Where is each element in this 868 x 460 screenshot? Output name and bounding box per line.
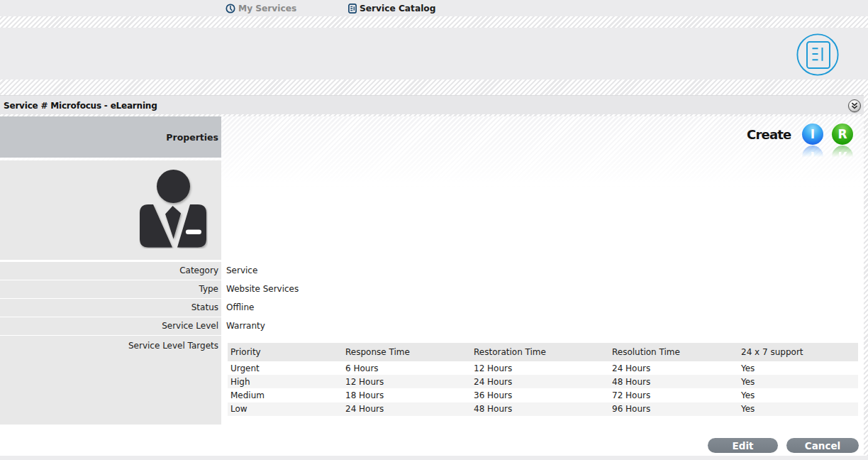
table-row-high: High 12 Hours 24 Hours 48 Hours Yes <box>228 375 858 388</box>
tab-my-services[interactable]: My Services <box>226 0 296 16</box>
field-label-service-level-targets: Service Level Targets <box>0 336 221 425</box>
create-incident-button[interactable]: I <box>802 124 823 145</box>
cell: Low <box>228 402 343 416</box>
field-value-category: Service <box>226 262 257 280</box>
create-label: Create <box>747 127 791 142</box>
cell: 18 Hours <box>343 388 471 402</box>
create-request-reflection: R <box>832 146 853 167</box>
col-resolution-time: Resolution Time <box>609 343 738 361</box>
table-row-low: Low 24 Hours 48 Hours 96 Hours Yes <box>228 402 858 416</box>
cell: Urgent <box>228 361 343 375</box>
table-row-urgent: Urgent 6 Hours 12 Hours 24 Hours Yes <box>228 361 858 375</box>
cell: 48 Hours <box>609 375 738 388</box>
field-value-status: Offline <box>226 299 254 317</box>
cell: 24 Hours <box>471 375 609 388</box>
cell: 72 Hours <box>609 388 738 402</box>
clock-icon <box>226 4 235 13</box>
cell: 48 Hours <box>471 402 609 416</box>
cell: High <box>228 375 343 388</box>
create-request-button[interactable]: R <box>832 124 853 145</box>
cell: 36 Hours <box>471 388 609 402</box>
field-value-type: Website Services <box>226 280 299 298</box>
service-header-title: Service # Microfocus - eLearning <box>4 96 157 115</box>
tab-service-catalog[interactable]: Service Catalog <box>348 0 435 16</box>
field-value-service-level: Warranty <box>226 317 265 335</box>
service-header-bar: Service # Microfocus - eLearning <box>0 95 864 114</box>
field-label-type: Type <box>0 280 221 298</box>
businessman-avatar-icon <box>138 168 208 251</box>
cell: Yes <box>738 388 858 402</box>
edit-button[interactable]: Edit <box>708 438 778 453</box>
col-24x7-support: 24 x 7 support <box>738 343 858 361</box>
properties-section-header: Properties <box>0 116 221 158</box>
col-response-time: Response Time <box>343 343 471 361</box>
cell: 6 Hours <box>343 361 471 375</box>
cancel-button[interactable]: Cancel <box>786 438 859 453</box>
create-incident-reflection: I <box>802 146 823 167</box>
cell: 24 Hours <box>343 402 471 416</box>
col-priority: Priority <box>228 343 343 361</box>
properties-panel: Properties Category Type Status Service … <box>0 116 864 456</box>
hero-band <box>0 28 868 80</box>
col-restoration-time: Restoration Time <box>471 343 609 361</box>
cell: Yes <box>738 375 858 388</box>
field-label-service-level: Service Level <box>0 317 221 335</box>
cell: 12 Hours <box>471 361 609 375</box>
tab-my-services-label: My Services <box>238 4 296 13</box>
table-row-medium: Medium 18 Hours 36 Hours 72 Hours Yes <box>228 388 858 402</box>
service-catalog-circle-icon <box>796 33 839 76</box>
cell: Yes <box>738 361 858 375</box>
field-label-category: Category <box>0 262 221 280</box>
cell: 96 Hours <box>609 402 738 416</box>
catalog-icon <box>348 4 357 13</box>
tab-service-catalog-label: Service Catalog <box>360 4 435 13</box>
service-level-targets-table: Priority Response Time Restoration Time … <box>228 343 858 416</box>
cell: Medium <box>228 388 343 402</box>
cell: 12 Hours <box>343 375 471 388</box>
cell: Yes <box>738 402 858 416</box>
targets-header-row: Priority Response Time Restoration Time … <box>228 343 858 361</box>
collapse-button[interactable] <box>848 99 861 112</box>
bottom-band <box>0 456 868 460</box>
field-label-status: Status <box>0 299 221 317</box>
cell: 24 Hours <box>609 361 738 375</box>
